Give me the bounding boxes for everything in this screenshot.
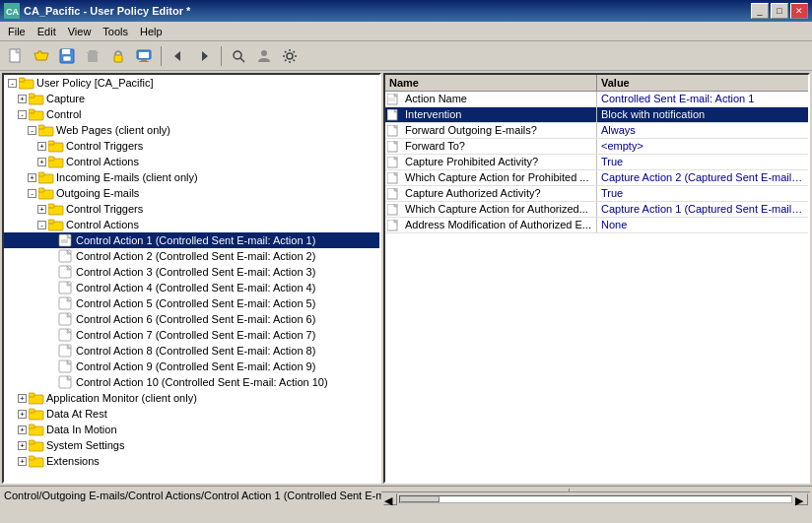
svg-rect-35 [48,204,54,208]
toolbar-back-button[interactable] [167,44,190,68]
tree-expand-capture[interactable]: + [18,95,27,103]
tree-expand-app-monitor[interactable]: + [18,394,27,403]
toolbar-forward-button[interactable] [192,44,216,68]
title-bar-controls[interactable]: _ □ ✕ [751,3,808,19]
tree-icon-action8 [58,344,74,358]
tree-expand-data-rest[interactable]: + [18,410,27,419]
svg-rect-5 [63,56,71,61]
props-row-forward[interactable]: Forward Outgoing E-mails? Always [385,123,808,139]
tree-label-root: User Policy [CA_Pacific] [36,77,154,89]
props-row-intervention[interactable]: Intervention Block with notification [385,107,808,123]
tree-label-data-motion: Data In Motion [46,424,117,435]
tree-icon-action2 [58,249,74,263]
tree-label-action3: Control Action 3 (Controlled Sent E-mail… [76,266,315,278]
tree-label-sys-settings: System Settings [46,439,124,451]
tree-row-data-motion[interactable]: + Data In Motion [4,422,379,437]
tree-node-web-ctrl-triggers: + Control Triggers [4,138,379,154]
toolbar-delete-button[interactable] [81,44,104,68]
props-row-capture-authorized[interactable]: Capture Authorized Activity? True [385,186,808,202]
tree-row-action4[interactable]: Control Action 4 (Controlled Sent E-mail… [4,280,379,295]
svg-rect-10 [141,59,147,61]
props-col-name: Name [385,75,597,91]
tree-expand-data-motion[interactable]: + [18,425,27,434]
tree-label-web-ctrl-actions: Control Actions [66,156,139,167]
toolbar-new-button[interactable] [4,44,28,68]
menu-tools[interactable]: Tools [97,24,134,39]
minimize-button[interactable]: _ [751,3,769,19]
toolbar-settings-button[interactable] [278,44,302,68]
maximize-button[interactable]: □ [771,3,788,19]
props-row-capture-prohibited[interactable]: Capture Prohibited Activity? True [385,155,808,170]
tree-folder-data-rest [29,407,44,421]
tree-panel[interactable]: - User Policy [CA_Pacific] + Capture [2,73,381,484]
toolbar-search-button[interactable] [227,44,250,68]
tree-expand-incoming[interactable]: + [28,173,36,182]
tree-row-out-triggers[interactable]: + Control Triggers [4,201,379,217]
tree-expand-root[interactable]: - [8,79,17,88]
tree-label-action9: Control Action 9 (Controlled Sent E-mail… [76,360,315,372]
menu-view[interactable]: View [62,24,98,39]
tree-row-app-monitor[interactable]: + Application Monitor (client only) [4,390,379,406]
tree-row-extensions[interactable]: + Extensions [4,453,379,469]
tree-row-web-ctrl-actions[interactable]: + Control Actions [4,154,379,169]
tree-row-root[interactable]: - User Policy [CA_Pacific] [4,75,379,91]
props-row-action-name[interactable]: Action Name Controlled Sent E-mail: Acti… [385,92,808,107]
menu-help[interactable]: Help [134,24,169,39]
tree-row-web-pages[interactable]: - Web Pages (client only) [4,122,379,138]
menu-edit[interactable]: Edit [32,24,62,39]
props-row-which-capture-authorized[interactable]: Which Capture Action for Authorized... C… [385,202,808,218]
tree-row-capture[interactable]: + Capture [4,91,379,106]
tree-row-action9[interactable]: Control Action 9 (Controlled Sent E-mail… [4,359,379,374]
tree-row-web-ctrl-triggers[interactable]: + Control Triggers [4,138,379,154]
tree-row-action2[interactable]: Control Action 2 (Controlled Sent E-mail… [4,248,379,264]
svg-point-14 [234,51,241,59]
svg-rect-55 [29,425,34,428]
tree-expand-web-ctrl-triggers[interactable]: + [37,142,46,151]
tree-row-action3[interactable]: Control Action 3 (Controlled Sent E-mail… [4,264,379,280]
tree-node-incoming: + Incoming E-mails (client only) [4,169,379,185]
tree-row-sys-settings[interactable]: + System Settings [4,437,379,453]
close-button[interactable]: ✕ [790,3,808,19]
tree-row-outgoing[interactable]: - Outgoing E-mails [4,185,379,201]
toolbar-lock-button[interactable] [106,44,130,68]
props-name-6: Capture Authorized Activity? [401,186,597,201]
tree-row-action7[interactable]: Control Action 7 (Controlled Sent E-mail… [4,327,379,343]
tree-folder-sys-settings [29,438,44,452]
tree-row-action8[interactable]: Control Action 8 (Controlled Sent E-mail… [4,343,379,359]
tree-expand-web-pages[interactable]: - [28,126,36,135]
tree-expand-outgoing[interactable]: - [28,189,36,198]
svg-rect-33 [38,188,44,192]
tree-row-data-rest[interactable]: + Data At Rest [4,406,379,422]
tree-expand-control[interactable]: - [18,110,27,119]
props-row-forward-to[interactable]: Forward To? <empty> [385,139,808,155]
props-name-8: Address Modification of Authorized E... [401,218,597,232]
tree-folder-app-monitor [29,391,44,405]
menu-file[interactable]: File [2,24,32,39]
svg-point-16 [261,50,267,56]
tree-row-action1[interactable]: Control Action 1 (Controlled Sent E-mail… [4,232,379,248]
tree-expand-web-ctrl-actions[interactable]: + [37,158,46,166]
toolbar-open-button[interactable] [30,44,53,68]
menu-bar: File Edit View Tools Help [0,22,812,41]
toolbar-computer-button[interactable] [132,44,156,68]
tree-expand-sys-settings[interactable]: + [18,441,27,450]
svg-marker-13 [202,51,208,61]
tree-row-control[interactable]: - Control [4,106,379,122]
tree-row-out-actions[interactable]: - Control Actions [4,217,379,232]
tree-expand-extensions[interactable]: + [18,457,27,466]
props-row-address-mod[interactable]: Address Modification of Authorized E... … [385,218,808,233]
toolbar-users-button[interactable] [252,44,276,68]
tree-node-data-motion: + Data In Motion [4,422,379,437]
tree-row-action6[interactable]: Control Action 6 (Controlled Sent E-mail… [4,311,379,327]
props-row-which-capture-prohibited[interactable]: Which Capture Action for Prohibited ... … [385,170,808,186]
tree-node-web-pages: - Web Pages (client only) + [4,122,379,169]
svg-rect-51 [29,393,34,397]
props-panel[interactable]: Name Value Action Name Controlled Sent E… [383,73,810,484]
tree-row-action10[interactable]: Control Action 10 (Controlled Sent E-mai… [4,374,379,390]
tree-expand-out-triggers[interactable]: + [37,205,46,214]
tree-expand-out-actions[interactable]: - [37,221,46,229]
tree-row-incoming[interactable]: + Incoming E-mails (client only) [4,169,379,185]
tree-row-action5[interactable]: Control Action 5 (Controlled Sent E-mail… [4,295,379,311]
toolbar-save-button[interactable] [55,44,79,68]
tree-icon-action1 [58,233,74,247]
